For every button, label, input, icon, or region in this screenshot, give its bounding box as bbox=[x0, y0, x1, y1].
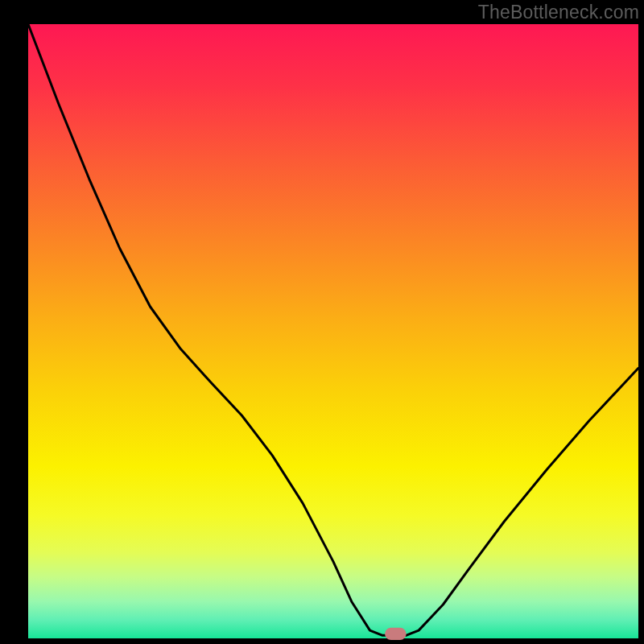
minimum-marker bbox=[385, 628, 407, 640]
chart-canvas: TheBottleneck.com bbox=[0, 0, 644, 644]
plot-background bbox=[28, 24, 638, 638]
chart-svg bbox=[0, 0, 644, 644]
